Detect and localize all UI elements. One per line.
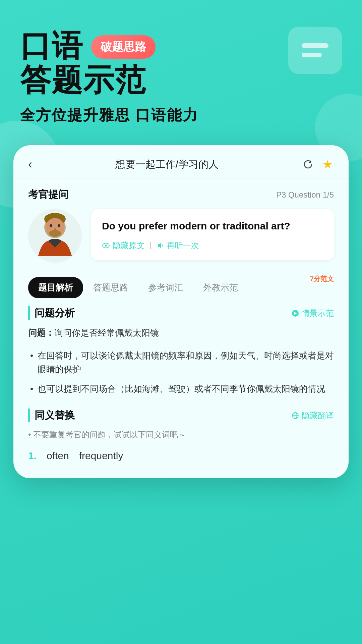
svg-point-5 [58,224,60,227]
question-body: Do you prefer modern or traditonal art? … [28,209,334,263]
svg-point-8 [105,245,107,247]
question-header: 考官提问 P3 Question 1/5 [28,188,334,202]
synonym-num-1: 1. [28,450,37,462]
header-title-row: 口语 破题思路 [20,30,342,61]
header-title-line2: 答题示范 [20,64,342,95]
tab-badge-7fen: 7分范文 [310,274,334,283]
scenario-demo-label: 情景示范 [302,308,334,319]
analysis-question-prefix: 问题： [28,328,54,338]
tab-vocab[interactable]: 参考词汇 [138,277,193,298]
tab-row: 题目解析 答题思路 参考词汇 外教示范 7分范文 [28,277,334,298]
hide-translation-label: 隐藏翻译 [302,410,334,421]
question-progress: P3 Question 1/5 [276,190,334,200]
tab-foreign-teacher[interactable]: 外教示范 [193,277,248,298]
synonym-word-1: often [47,450,69,462]
synonym-translation-1: frequently [79,450,123,462]
listen-again-btn[interactable]: 再听一次 [156,240,199,251]
synonym-section-header: 同义替换 隐藏翻译 [28,409,334,422]
analysis-section-title: 问题分析 [28,306,75,320]
svg-point-3 [49,230,61,237]
synonym-row-1: 1. often frequently [28,447,334,465]
question-text: Do you prefer modern or traditonal art? [102,218,323,233]
hide-text-btn[interactable]: 隐藏原文 [102,240,145,251]
synonym-hint: 不要重复考官的问题，试试以下同义词吧～ [28,428,334,441]
nav-title: 想要一起工作/学习的人 [115,158,219,171]
bubble-divider [150,242,151,249]
question-section: 考官提问 P3 Question 1/5 [13,178,349,263]
hide-text-label: 隐藏原文 [113,240,145,251]
svg-marker-9 [158,243,161,248]
analysis-section: 问题分析 情景示范 问题：询问你是否经常佩戴太阳镜 在回答时，可以谈论佩戴太阳镜… [13,298,349,398]
question-bubble: Do you prefer modern or traditonal art? … [91,209,334,260]
phone-mockup: ‹ 想要一起工作/学习的人 ★ 考官提问 P3 Question 1/5 [13,145,349,478]
header-desc: 全方位提升雅思 口语能力 [20,105,342,125]
header-section: 口语 破题思路 答题示范 全方位提升雅思 口语能力 [0,0,362,125]
synonym-section-title: 同义替换 [28,409,75,422]
question-label: 考官提问 [28,188,68,202]
scenario-demo-btn[interactable]: 情景示范 [292,308,334,319]
analysis-section-header: 问题分析 情景示范 [28,306,334,320]
header-title-line1: 口语 [20,30,83,61]
tab-answer-approach[interactable]: 答题思路 [83,277,138,298]
nav-actions: ★ [302,158,334,171]
analysis-bullet-2: 也可以提到不同场合（比如海滩、驾驶）或者不同季节你佩戴太阳镜的情况 [28,379,334,399]
svg-point-4 [50,224,52,227]
hide-translation-btn[interactable]: 隐藏翻译 [292,410,334,421]
svg-point-6 [54,228,56,230]
analysis-question-content: 询问你是否经常佩戴太阳镜 [54,328,159,338]
tab-analysis[interactable]: 题目解析 [28,277,83,298]
analysis-bullet-list: 在回答时，可以谈论佩戴太阳镜的频率和原因，例如天气、时尚选择或者是对眼睛的保护 … [28,346,334,399]
bubble-actions: 隐藏原文 再听一次 [102,240,323,251]
refresh-icon[interactable] [302,158,314,171]
back-button[interactable]: ‹ [28,157,32,171]
star-icon[interactable]: ★ [321,158,334,171]
phone-navbar: ‹ 想要一起工作/学习的人 ★ [13,145,349,178]
analysis-bullet-1: 在回答时，可以谈论佩戴太阳镜的频率和原因，例如天气、时尚选择或者是对眼睛的保护 [28,346,334,379]
analysis-question-text: 问题：询问你是否经常佩戴太阳镜 [28,326,334,340]
badge-poti: 破题思路 [91,35,156,59]
listen-again-label: 再听一次 [167,240,199,251]
tab-section: 题目解析 答题思路 参考词汇 外教示范 7分范文 [13,270,349,298]
synonym-section: 同义替换 隐藏翻译 不要重复考官的问题，试试以下同义词吧～ 1. often f… [13,402,349,465]
avatar [28,209,82,263]
